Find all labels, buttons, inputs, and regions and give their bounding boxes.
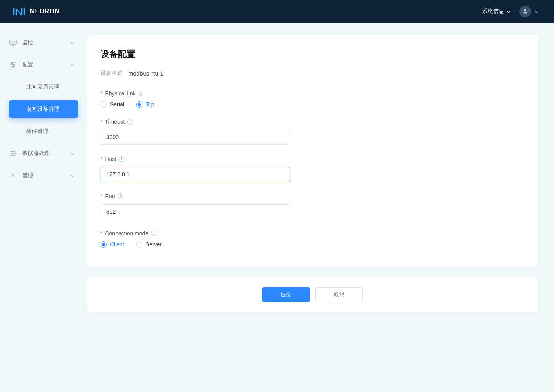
sidebar-sub-plugin[interactable]: 插件管理 <box>9 123 78 140</box>
footer-actions: 提交 取消 <box>87 277 538 312</box>
radio-label: Client <box>110 241 124 248</box>
user-menu[interactable] <box>519 6 538 17</box>
field-label-text: Host <box>105 156 116 162</box>
system-info-dropdown[interactable]: 系统信息 <box>482 8 510 15</box>
info-icon[interactable]: i <box>119 156 124 162</box>
sliders-icon <box>9 62 17 68</box>
cancel-button[interactable]: 取消 <box>315 287 363 302</box>
sidebar-sub-north[interactable]: 北向应用管理 <box>9 78 78 96</box>
info-icon[interactable]: i <box>127 119 133 125</box>
required-mark: * <box>101 119 102 125</box>
svg-point-3 <box>13 64 15 65</box>
required-mark: * <box>101 230 102 237</box>
page-title: 设备配置 <box>101 48 525 60</box>
flow-icon <box>9 150 17 157</box>
submit-button[interactable]: 提交 <box>262 287 310 302</box>
user-icon <box>522 8 528 15</box>
port-input[interactable] <box>101 204 290 219</box>
app-header: NEURON 系统信息 <box>0 0 554 23</box>
svg-point-2 <box>11 62 12 63</box>
sidebar-item-dataflow[interactable]: 数据流处理 <box>5 145 78 162</box>
sidebar-item-label: 插件管理 <box>26 128 48 135</box>
header-actions: 系统信息 <box>482 6 538 17</box>
required-mark: * <box>101 156 102 162</box>
field-label-text: Port <box>105 193 115 199</box>
device-name-line: 设备名称 modbus-rtu-1 <box>101 70 525 77</box>
device-name-label: 设备名称 <box>101 70 123 77</box>
sidebar-item-monitor[interactable]: 监控 <box>5 34 78 51</box>
chevron-down-icon <box>534 9 538 13</box>
radio-label: Tcp <box>146 101 154 108</box>
sidebar: 监控 配置 北向应用管理 南向设备管理 插件管理 数据流处理 <box>0 23 83 336</box>
sidebar-item-label: 监控 <box>22 39 70 46</box>
sidebar-item-label: 南向设备管理 <box>26 106 59 113</box>
radio-tcp[interactable]: Tcp <box>136 101 154 108</box>
radio-label: Server <box>146 241 162 248</box>
chevron-down-icon <box>70 40 74 44</box>
user-icon <box>9 172 17 179</box>
sidebar-item-label: 北向应用管理 <box>26 83 59 91</box>
field-port: * Port i <box>101 193 525 219</box>
info-icon[interactable]: i <box>118 193 123 199</box>
required-mark: * <box>101 193 102 199</box>
field-label-text: Timeout <box>105 119 125 125</box>
chevron-up-icon <box>70 64 74 68</box>
field-label-text: Physical link <box>105 90 135 97</box>
logo-icon <box>13 7 26 16</box>
device-config-card: 设备配置 设备名称 modbus-rtu-1 * Physical link i… <box>87 35 538 267</box>
main-content: 设备配置 设备名称 modbus-rtu-1 * Physical link i… <box>83 23 554 336</box>
sidebar-item-label: 数据流处理 <box>22 150 70 157</box>
brand-text: NEURON <box>30 8 60 15</box>
sidebar-item-label: 配置 <box>22 61 70 68</box>
info-icon[interactable]: i <box>151 231 156 236</box>
sidebar-item-config[interactable]: 配置 <box>5 56 78 74</box>
timeout-input[interactable] <box>101 130 290 145</box>
sidebar-config-submenu: 北向应用管理 南向设备管理 插件管理 <box>5 78 78 140</box>
radio-label: Serial <box>110 101 124 108</box>
svg-point-4 <box>12 66 13 67</box>
required-mark: * <box>101 90 102 97</box>
svg-rect-1 <box>10 40 16 44</box>
chevron-down-icon <box>70 151 74 155</box>
radio-client[interactable]: Client <box>101 241 124 248</box>
chevron-down-icon <box>70 173 74 177</box>
chevron-down-icon <box>507 9 510 13</box>
brand-area: NEURON <box>13 7 60 16</box>
field-physical-link: * Physical link i Serial Tcp <box>101 90 525 108</box>
monitor-icon <box>9 40 17 46</box>
avatar <box>519 6 531 17</box>
radio-server[interactable]: Server <box>136 241 162 248</box>
field-connection-mode: * Connection mode i Client Server <box>101 230 525 248</box>
field-timeout: * Timeout i <box>101 119 525 145</box>
svg-point-5 <box>12 174 14 176</box>
sidebar-sub-south[interactable]: 南向设备管理 <box>9 100 78 118</box>
info-icon[interactable]: i <box>138 91 143 96</box>
device-name-value: modbus-rtu-1 <box>128 70 163 77</box>
field-label-text: Connection mode <box>105 230 148 237</box>
sidebar-item-label: 管理 <box>22 172 70 179</box>
system-info-label: 系统信息 <box>482 8 504 15</box>
svg-point-0 <box>524 9 526 11</box>
sidebar-item-manage[interactable]: 管理 <box>5 167 78 184</box>
host-input[interactable] <box>101 167 290 182</box>
radio-serial[interactable]: Serial <box>101 101 124 108</box>
field-host: * Host i <box>101 156 525 182</box>
